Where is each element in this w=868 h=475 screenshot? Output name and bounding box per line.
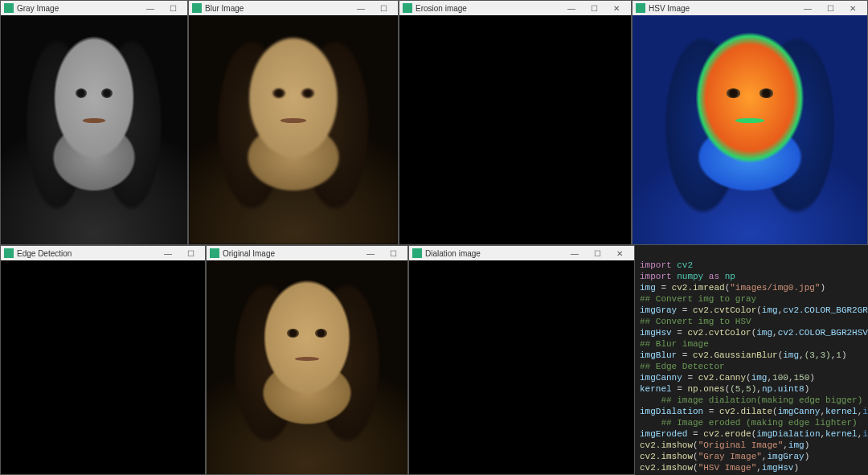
window-erosion-image: Erosion image — ☐ ✕ (399, 0, 632, 245)
minimize-button[interactable]: — (157, 246, 179, 260)
close-button[interactable]: ✕ (608, 246, 631, 260)
maximize-button[interactable]: ☐ (179, 246, 202, 260)
minimize-button[interactable]: — (563, 246, 586, 260)
window-title: HSV Image (649, 4, 796, 13)
window-title: Dialation image (425, 249, 563, 258)
minimize-button[interactable]: — (796, 1, 819, 15)
maximize-button[interactable]: ☐ (583, 1, 605, 15)
window-edge-detection: Edge Detection — ☐ (0, 245, 206, 475)
window-title: Gray Image (17, 4, 139, 13)
image-view (409, 260, 634, 474)
minimize-button[interactable]: — (560, 1, 583, 15)
image-view (1, 260, 205, 474)
image-view (633, 15, 867, 244)
opencv-icon (4, 3, 14, 13)
opencv-icon (4, 248, 14, 258)
titlebar[interactable]: Edge Detection — ☐ (1, 246, 205, 260)
minimize-button[interactable]: — (139, 1, 162, 15)
maximize-button[interactable]: ☐ (586, 246, 608, 260)
titlebar[interactable]: HSV Image — ☐ ✕ (633, 1, 867, 15)
window-title: Edge Detection (17, 249, 157, 258)
minimize-button[interactable]: — (350, 1, 372, 15)
window-hsv-image: HSV Image — ☐ ✕ (632, 0, 868, 245)
close-button[interactable]: ✕ (841, 1, 864, 15)
image-view (399, 15, 631, 244)
window-original-image: Original Image — ☐ (206, 245, 408, 475)
titlebar[interactable]: Gray Image — ☐ (1, 1, 187, 15)
close-button[interactable]: ✕ (605, 1, 628, 15)
opencv-icon (192, 3, 202, 13)
window-blur-image: Blur Image — ☐ (188, 0, 399, 245)
window-title: Blur Image (205, 4, 350, 13)
image-view (1, 15, 187, 244)
maximize-button[interactable]: ☐ (162, 1, 184, 15)
titlebar[interactable]: Erosion image — ☐ ✕ (399, 1, 631, 15)
window-title: Erosion image (416, 4, 560, 13)
window-dilation-image: Dialation image — ☐ ✕ (408, 245, 635, 475)
titlebar[interactable]: Original Image — ☐ (207, 246, 407, 260)
maximize-button[interactable]: ☐ (372, 1, 395, 15)
window-title: Original Image (223, 249, 359, 258)
opencv-icon (403, 3, 412, 13)
window-gray-image: Gray Image — ☐ (0, 0, 188, 245)
opencv-icon (412, 248, 422, 258)
code-editor[interactable]: import cv2 import numpy as np img = cv2.… (635, 245, 868, 475)
minimize-button[interactable]: — (359, 246, 382, 260)
opencv-icon (636, 3, 645, 13)
image-view (207, 260, 407, 474)
opencv-icon (210, 248, 219, 258)
image-view (189, 15, 398, 244)
titlebar[interactable]: Dialation image — ☐ ✕ (409, 246, 634, 260)
maximize-button[interactable]: ☐ (382, 246, 404, 260)
maximize-button[interactable]: ☐ (819, 1, 841, 15)
titlebar[interactable]: Blur Image — ☐ (189, 1, 398, 15)
